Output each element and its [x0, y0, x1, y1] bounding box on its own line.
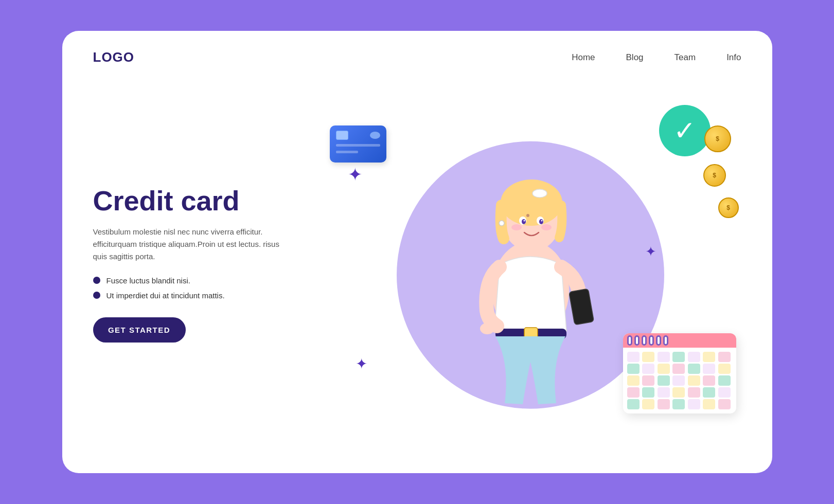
cal-cell — [658, 364, 670, 374]
nav-info[interactable]: Info — [726, 52, 741, 63]
calendar-body — [623, 348, 736, 413]
cal-cell — [718, 375, 731, 386]
cal-cell — [688, 352, 700, 362]
bullet-text-1: Fusce luctus blandit nisi. — [107, 276, 190, 285]
card-chip — [336, 131, 348, 140]
coin-icon-3: $ — [718, 197, 739, 218]
calendar-ring-5 — [656, 335, 661, 346]
cal-cell — [627, 364, 640, 374]
cal-cell — [672, 387, 685, 398]
cal-cell — [642, 399, 654, 409]
nav-home[interactable]: Home — [572, 52, 595, 63]
svg-point-9 — [522, 219, 526, 224]
header: LOGO Home Blog Team Info — [62, 31, 772, 76]
cal-cell — [672, 352, 685, 362]
svg-point-13 — [511, 224, 522, 230]
hero-headline: Credit card — [93, 186, 320, 216]
card-stripe-2 — [336, 151, 358, 153]
cal-cell — [658, 387, 670, 398]
get-started-button[interactable]: GET STARTED — [93, 317, 186, 343]
cal-cell — [627, 399, 640, 409]
cal-cell — [627, 352, 640, 362]
cal-cell — [658, 375, 670, 386]
svg-point-17 — [480, 323, 494, 334]
calendar-ring-1 — [627, 335, 632, 346]
cal-cell — [642, 364, 654, 374]
cal-cell — [718, 399, 731, 409]
nav-blog[interactable]: Blog — [626, 52, 644, 63]
illustration-container: ✓ $ $ $ — [320, 84, 741, 444]
coin-symbol-3: $ — [726, 204, 730, 211]
svg-point-5 — [501, 179, 562, 226]
coin-symbol-1: $ — [716, 135, 719, 142]
cal-cell — [672, 375, 685, 386]
navigation: Home Blog Team Info — [572, 52, 741, 63]
nav-team[interactable]: Team — [675, 52, 696, 63]
checkmark-badge: ✓ — [659, 105, 711, 156]
cal-cell — [642, 352, 654, 362]
cal-cell — [658, 352, 670, 362]
calendar-ring-4 — [649, 335, 654, 346]
coin-icon-1: $ — [704, 125, 731, 152]
cal-cell — [627, 375, 640, 386]
cal-cell — [642, 375, 654, 386]
calendar-ring-6 — [663, 335, 668, 346]
bullet-item-2: Ut imperdiet dui at tincidunt mattis. — [93, 291, 320, 300]
calendar-ring-3 — [642, 335, 647, 346]
credit-card-icon — [330, 125, 386, 163]
cal-cell — [627, 387, 640, 398]
sparkle-star-2: ✦ — [645, 244, 656, 260]
svg-rect-3 — [569, 289, 594, 325]
logo: LOGO — [93, 49, 135, 65]
feature-list: Fusce luctus blandit nisi. Ut imperdiet … — [93, 276, 320, 300]
coin-symbol-2: $ — [713, 172, 716, 179]
hero-content: Credit card Vestibulum molestie nisl nec… — [93, 186, 320, 342]
cal-cell — [672, 399, 685, 409]
calendar-header — [623, 333, 736, 348]
svg-point-11 — [523, 220, 525, 221]
cal-cell — [688, 375, 700, 386]
cal-cell — [718, 387, 731, 398]
svg-point-14 — [541, 224, 552, 230]
cal-cell — [688, 399, 700, 409]
hero-illustration: ✓ $ $ $ — [320, 76, 741, 453]
cal-cell — [703, 352, 715, 362]
bullet-dot-icon-2 — [93, 292, 100, 299]
cal-cell — [703, 387, 715, 398]
hero-description: Vestibulum molestie nisl nec nunc viverr… — [93, 226, 289, 263]
svg-point-15 — [499, 221, 504, 226]
person-illustration — [448, 115, 613, 413]
cal-cell — [642, 387, 654, 398]
card-visual — [330, 125, 386, 163]
card-stripe — [336, 144, 380, 147]
bullet-text-2: Ut imperdiet dui at tincidunt mattis. — [107, 291, 225, 300]
cal-cell — [703, 375, 715, 386]
cal-cell — [703, 364, 715, 374]
cal-cell — [672, 364, 685, 374]
bullet-dot-icon — [93, 277, 100, 284]
cal-cell — [718, 364, 731, 374]
bullet-item-1: Fusce luctus blandit nisi. — [93, 276, 320, 285]
cal-cell — [658, 399, 670, 409]
svg-point-16 — [526, 214, 529, 217]
cal-cell — [688, 364, 700, 374]
coin-icon-2: $ — [703, 164, 726, 187]
cal-cell — [688, 387, 700, 398]
svg-point-10 — [539, 219, 543, 224]
svg-point-12 — [541, 220, 542, 221]
sparkle-star-3: ✦ — [356, 355, 367, 372]
check-icon: ✓ — [673, 117, 696, 144]
calendar-ring-2 — [634, 335, 640, 346]
sparkle-star-1: ✦ — [348, 164, 362, 185]
svg-point-6 — [533, 189, 547, 197]
cal-cell — [718, 352, 731, 362]
landing-page-card: LOGO Home Blog Team Info Credit card Ves… — [62, 31, 772, 473]
calendar-widget — [623, 333, 736, 413]
cal-cell — [703, 399, 715, 409]
main-content: Credit card Vestibulum molestie nisl nec… — [62, 76, 772, 473]
